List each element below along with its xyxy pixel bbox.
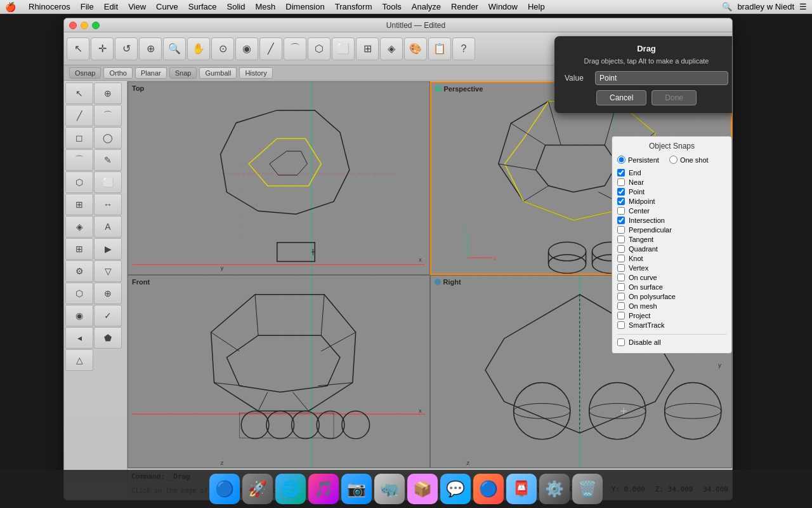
left-rect[interactable]: ◻ [65,127,93,149]
dock-mail[interactable]: 📮 [506,474,537,504]
dock-skype[interactable]: 💬 [440,474,471,504]
dock-safari[interactable]: 🌐 [275,474,306,504]
toolbar-help[interactable]: ? [452,37,475,60]
dock-chrome[interactable]: 🔵 [473,474,504,504]
menu-tools[interactable]: Tools [382,2,401,11]
toolbar-snap[interactable]: ⊙ [211,37,234,60]
toolbar-select[interactable]: ↖ [67,37,89,60]
menu-render[interactable]: Render [451,2,478,11]
left-edit1[interactable]: ⚙ [65,260,93,282]
left-select[interactable]: ↖ [65,83,93,104]
left-analyze[interactable]: ◈ [65,216,93,237]
toolbar-scale[interactable]: ⊕ [139,37,162,60]
toolbar-solid[interactable]: ⬜ [332,37,355,60]
left-edit8[interactable]: ⬟ [94,327,122,349]
snap-checkbox-point[interactable] [617,188,625,196]
done-button[interactable]: Done [652,90,697,105]
snap-ortho[interactable]: Ortho [103,67,133,79]
disable-all-checkbox[interactable] [617,338,625,346]
left-render[interactable]: ▶ [94,238,122,260]
snap-osnap[interactable]: Osnap [69,67,101,79]
menu-analyze[interactable]: Analyze [412,2,441,11]
cancel-button[interactable]: Cancel [596,90,646,105]
toolbar-layer[interactable]: 📋 [428,37,451,60]
menu-surface[interactable]: Surface [188,2,217,11]
left-text[interactable]: A [94,216,122,237]
snap-checkbox-on-curve[interactable] [617,274,625,281]
left-line[interactable]: ╱ [65,105,93,126]
left-point[interactable]: ⊕ [94,83,122,104]
snap-history[interactable]: History [239,67,272,79]
snap-checkbox-project[interactable] [617,312,625,319]
value-input[interactable] [595,71,728,85]
left-edit4[interactable]: ⊕ [94,283,122,304]
left-circle[interactable]: ◯ [94,127,122,149]
snap-checkbox-near[interactable] [617,178,625,186]
snap-checkbox-on-mesh[interactable] [617,302,625,310]
snap-checkbox-tangent[interactable] [617,236,625,243]
left-freeform[interactable]: ✎ [94,149,122,171]
radio-oneshot[interactable]: One shot [669,156,709,164]
menu-window[interactable]: Window [488,2,518,11]
viewport-top[interactable]: Top [128,81,430,275]
snap-gumball[interactable]: Gumball [199,67,237,79]
snap-checkbox-smarttrack[interactable] [617,321,625,329]
dock-sketchup[interactable]: 📦 [407,474,438,504]
toolbar-pan[interactable]: ✋ [187,37,210,60]
left-arc[interactable]: ⌒ [65,149,93,171]
radio-persistent[interactable]: Persistent [617,156,659,164]
left-edit5[interactable]: ◉ [65,305,93,326]
menu-transform[interactable]: Transform [335,2,372,11]
left-edit2[interactable]: ▽ [94,260,122,282]
menu-solid[interactable]: Solid [227,2,246,11]
left-solid[interactable]: ⬜ [94,171,122,193]
menu-edit[interactable]: Edit [104,2,118,11]
close-button[interactable] [69,22,77,29]
left-edit7[interactable]: ◂ [65,327,93,349]
menu-dimension[interactable]: Dimension [285,2,324,11]
left-surface[interactable]: ⬡ [65,171,93,193]
left-polyline[interactable]: ⌒ [94,105,122,126]
radio-persistent-input[interactable] [617,156,625,164]
snap-checkbox-perpendicular[interactable] [617,226,625,234]
menu-icon[interactable]: ☰ [799,2,807,11]
search-icon[interactable]: 🔍 [722,2,732,11]
toolbar-rotate[interactable]: ↺ [115,37,138,60]
dock-finder[interactable]: 🔵 [209,474,240,504]
left-edit6[interactable]: ✓ [94,305,122,326]
menu-curve[interactable]: Curve [156,2,178,11]
toolbar-surface[interactable]: ⬡ [308,37,331,60]
snap-checkbox-midpoint[interactable] [617,197,625,205]
radio-oneshot-input[interactable] [669,156,678,164]
left-mesh[interactable]: ⊞ [65,194,93,215]
minimize-button[interactable] [81,22,88,29]
dock-iphoto[interactable]: 📷 [341,474,372,504]
menu-help[interactable]: Help [528,2,545,11]
apple-menu[interactable]: 🍎 [5,2,16,12]
toolbar-render[interactable]: ◈ [380,37,403,60]
dock-prefs[interactable]: ⚙️ [539,474,570,504]
menu-view[interactable]: View [128,2,146,11]
snap-planar[interactable]: Planar [135,67,167,79]
snap-checkbox-on-polysurface[interactable] [617,293,625,300]
snap-checkbox-center[interactable] [617,207,625,215]
toolbar-zoom[interactable]: 🔍 [163,37,186,60]
toolbar-curve[interactable]: ⌒ [284,37,306,60]
toolbar-move[interactable]: ✛ [91,37,114,60]
snap-checkbox-vertex[interactable] [617,264,625,272]
snap-checkbox-end[interactable] [617,169,625,177]
toolbar-material[interactable]: 🎨 [404,37,427,60]
viewport-front[interactable]: Front [128,275,430,469]
dock-launchpad[interactable]: 🚀 [242,474,273,504]
left-edit9[interactable]: △ [65,349,93,371]
toolbar-line[interactable]: ╱ [259,37,282,60]
dock-trash[interactable]: 🗑️ [572,474,603,504]
snap-checkbox-intersection[interactable] [617,217,625,224]
left-edit3[interactable]: ⬡ [65,283,93,304]
toolbar-point[interactable]: ◉ [235,37,258,60]
toolbar-mesh[interactable]: ⊞ [356,37,379,60]
left-dim[interactable]: ⊞ [65,238,93,260]
snap-checkbox-knot[interactable] [617,255,625,262]
maximize-button[interactable] [92,22,100,29]
left-transform[interactable]: ↔ [94,194,122,215]
